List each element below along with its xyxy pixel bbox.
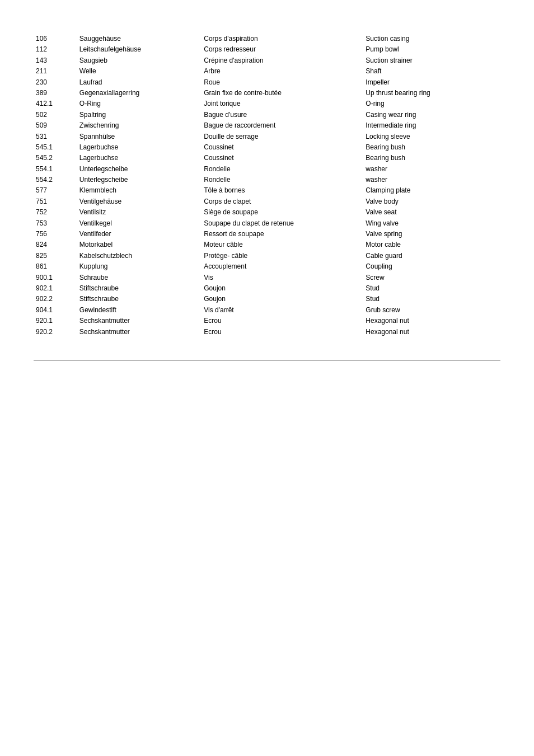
part-name-french: Vis (202, 273, 363, 283)
part-number: 752 (34, 207, 77, 218)
part-name-german: Gewindestift (77, 305, 202, 316)
part-number: 106 (34, 34, 77, 44)
part-name-french: Douille de serrage (202, 132, 363, 142)
part-name-english: Coupling (363, 261, 500, 272)
table-row: 825KabelschutzblechProtège- câbleCable g… (34, 251, 500, 261)
part-name-german: Ventilfeder (77, 229, 202, 240)
part-name-german: Zwischenring (77, 120, 202, 131)
part-name-german: Schraube (77, 273, 202, 283)
part-number: 554.1 (34, 164, 77, 175)
part-name-german: Gegenaxiallagerring (77, 88, 202, 98)
part-name-english: Bearing bush (363, 153, 500, 163)
table-row: 412.1O-RingJoint toriqueO-ring (34, 98, 500, 109)
table-row: 900.1SchraubeVisScrew (34, 273, 500, 283)
part-name-english: Stud (363, 294, 500, 304)
part-number: 509 (34, 120, 77, 131)
part-number: 900.1 (34, 273, 77, 283)
part-name-english: O-ring (363, 98, 500, 109)
part-name-french: Tôle à bornes (202, 185, 363, 196)
part-name-french: Crépine d'aspiration (202, 55, 363, 66)
footer-divider (34, 360, 500, 363)
part-number: 389 (34, 88, 77, 98)
table-row: 106SauggehäuseCorps d'aspirationSuction … (34, 34, 500, 44)
part-name-german: Laufrad (77, 77, 202, 88)
part-name-english: Hexagonal nut (363, 316, 500, 326)
part-name-german: Ventilsitz (77, 207, 202, 218)
part-name-french: Accouplement (202, 261, 363, 272)
part-name-french: Siège de soupape (202, 207, 363, 218)
part-name-english: Grub screw (363, 305, 500, 316)
table-row: 577KlemmblechTôle à bornesClamping plate (34, 185, 500, 196)
part-name-french: Coussinet (202, 153, 363, 163)
part-name-german: Saugsieb (77, 55, 202, 66)
part-name-french: Corps de clapet (202, 196, 363, 207)
part-name-german: Unterlegscheibe (77, 175, 202, 185)
table-row: 902.1StiftschraubeGoujonStud (34, 283, 500, 294)
part-name-german: Welle (77, 66, 202, 77)
table-row: 143SaugsiebCrépine d'aspirationSuction s… (34, 55, 500, 66)
part-number: 920.1 (34, 316, 77, 326)
table-row: 920.2SechskantmutterEcrouHexagonal nut (34, 327, 500, 337)
part-name-english: Valve spring (363, 229, 500, 240)
part-name-german: Ventilgehäuse (77, 196, 202, 207)
table-row: 824MotorkabelMoteur câbleMotor cable (34, 240, 500, 250)
part-name-french: Coussinet (202, 142, 363, 153)
part-number: 902.1 (34, 283, 77, 294)
part-name-french: Ecrou (202, 327, 363, 337)
part-number: 756 (34, 229, 77, 240)
part-name-german: Lagerbuchse (77, 153, 202, 163)
part-number: 143 (34, 55, 77, 66)
part-name-french: Goujon (202, 283, 363, 294)
table-row: 752VentilsitzSiège de soupapeValve seat (34, 207, 500, 218)
part-name-french: Protège- câble (202, 251, 363, 261)
table-row: 502SpaltringBague d'usureCasing wear rin… (34, 110, 500, 120)
table-row: 211WelleArbreShaft (34, 66, 500, 77)
part-name-english: Locking sleeve (363, 132, 500, 142)
part-number: 211 (34, 66, 77, 77)
table-row: 545.2LagerbuchseCoussinetBearing bush (34, 153, 500, 163)
part-number: 751 (34, 196, 77, 207)
part-name-german: Kabelschutzblech (77, 251, 202, 261)
part-name-german: Sechskantmutter (77, 316, 202, 326)
part-name-english: Valve seat (363, 207, 500, 218)
table-row: 509ZwischenringBague de raccordementInte… (34, 120, 500, 131)
part-name-french: Corps d'aspiration (202, 34, 363, 44)
part-name-french: Rondelle (202, 175, 363, 185)
part-name-english: Valve body (363, 196, 500, 207)
part-number: 577 (34, 185, 77, 196)
part-name-french: Vis d'arrêt (202, 305, 363, 316)
part-name-french: Roue (202, 77, 363, 88)
part-name-german: Unterlegscheibe (77, 164, 202, 175)
part-name-english: Motor cable (363, 240, 500, 250)
part-name-german: Stiftschraube (77, 283, 202, 294)
parts-list-table: 106SauggehäuseCorps d'aspirationSuction … (34, 34, 500, 337)
table-row: 751VentilgehäuseCorps de clapetValve bod… (34, 196, 500, 207)
part-name-english: Pump bowl (363, 44, 500, 55)
part-number: 824 (34, 240, 77, 250)
part-name-german: Spannhülse (77, 132, 202, 142)
part-name-german: Motorkabel (77, 240, 202, 250)
part-number: 531 (34, 132, 77, 142)
table-row: 920.1SechskantmutterEcrouHexagonal nut (34, 316, 500, 326)
part-name-english: Cable guard (363, 251, 500, 261)
table-row: 756VentilfederRessort de soupapeValve sp… (34, 229, 500, 240)
part-name-german: Klemmblech (77, 185, 202, 196)
part-name-french: Goujon (202, 294, 363, 304)
table-row: 112LeitschaufelgehäuseCorps redresseurPu… (34, 44, 500, 55)
part-name-german: Leitschaufelgehäuse (77, 44, 202, 55)
part-name-french: Rondelle (202, 164, 363, 175)
part-name-english: washer (363, 164, 500, 175)
table-row: 554.1UnterlegscheibeRondellewasher (34, 164, 500, 175)
part-name-english: Hexagonal nut (363, 327, 500, 337)
table-row: 753VentilkegelSoupape du clapet de reten… (34, 218, 500, 229)
part-name-english: Suction casing (363, 34, 500, 44)
part-name-german: Sauggehäuse (77, 34, 202, 44)
table-row: 904.1GewindestiftVis d'arrêtGrub screw (34, 305, 500, 316)
part-name-english: Suction strainer (363, 55, 500, 66)
part-number: 112 (34, 44, 77, 55)
table-row: 902.2StiftschraubeGoujonStud (34, 294, 500, 304)
part-number: 753 (34, 218, 77, 229)
part-name-english: Casing wear ring (363, 110, 500, 120)
part-number: 861 (34, 261, 77, 272)
part-name-english: Intermediate ring (363, 120, 500, 131)
